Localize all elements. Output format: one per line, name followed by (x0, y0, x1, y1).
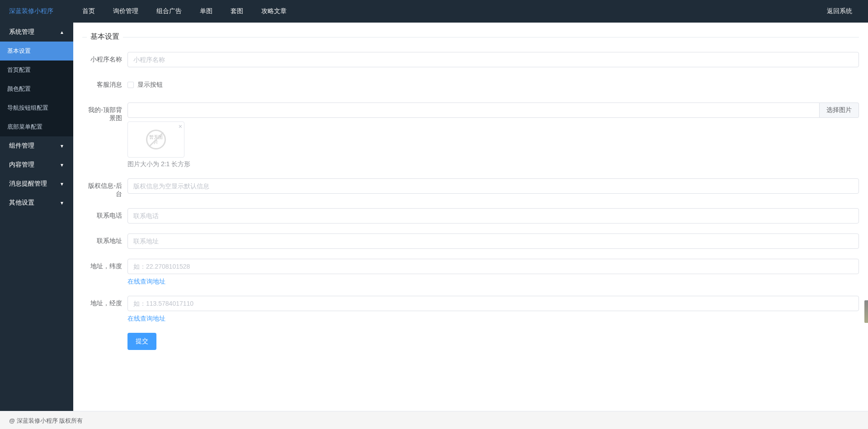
side-group-label: 消息提醒管理 (9, 180, 47, 188)
input-phone[interactable] (127, 208, 859, 224)
label-top-bg: 我的-顶部背景图 (82, 103, 127, 168)
chevron-down-icon: ▼ (60, 163, 64, 168)
row-copyright: 版权信息-后台 (82, 178, 859, 198)
input-longitude[interactable] (127, 296, 859, 311)
no-image-text: 暂无图片 (147, 135, 165, 145)
input-latitude[interactable] (127, 259, 859, 274)
side-group-label: 系统管理 (9, 28, 34, 36)
topbar: 深蓝装修小程序 首页 询价管理 组合广告 单图 套图 攻略文章 返回系统 (0, 0, 868, 23)
close-icon[interactable]: × (179, 123, 182, 130)
input-top-bg[interactable] (127, 103, 820, 118)
hint-image-size: 图片大小为 2:1 长方形 (127, 160, 859, 168)
topnav-inquiry[interactable]: 询价管理 (104, 0, 147, 23)
topnav-home[interactable]: 首页 (73, 0, 104, 23)
side-group-label: 组件管理 (9, 142, 34, 150)
row-app-name: 小程序名称 (82, 52, 859, 67)
checkbox-label: 显示按钮 (137, 81, 163, 89)
checkbox-show-button[interactable] (127, 82, 134, 88)
label-copyright: 版权信息-后台 (82, 178, 127, 198)
side-group-label: 其他设置 (9, 199, 34, 207)
main-wrap: 系统管理 ▲ 基本设置 首页配置 颜色配置 导航按钮组配置 底部菜单配置 组件管… (0, 23, 868, 411)
topnav-single-img[interactable]: 单图 (191, 0, 222, 23)
side-item-color-config[interactable]: 颜色配置 (0, 79, 73, 98)
side-item-basic-settings[interactable]: 基本设置 (0, 42, 73, 61)
row-top-bg: 我的-顶部背景图 选择图片 × 暂无图片 图片大小为 2:1 长方形 (82, 103, 859, 168)
label-longitude: 地址，经度 (82, 296, 127, 323)
link-query-address-lng[interactable]: 在线查询地址 (127, 315, 165, 323)
fieldset: 基本设置 小程序名称 客服消息 显示按钮 我的-顶部背景图 (82, 37, 859, 350)
chevron-up-icon: ▲ (60, 30, 64, 35)
row-customer-msg: 客服消息 显示按钮 (82, 77, 859, 93)
select-image-button[interactable]: 选择图片 (820, 103, 859, 118)
image-placeholder: × 暂无图片 (127, 121, 184, 158)
topnav-combo-ad[interactable]: 组合广告 (147, 0, 191, 23)
no-image-icon: 暂无图片 (146, 130, 166, 149)
row-address: 联系地址 (82, 233, 859, 249)
input-app-name[interactable] (127, 52, 859, 67)
side-group-message[interactable]: 消息提醒管理 ▼ (0, 174, 73, 193)
side-group-label: 内容管理 (9, 161, 34, 169)
sidebar: 系统管理 ▲ 基本设置 首页配置 颜色配置 导航按钮组配置 底部菜单配置 组件管… (0, 23, 73, 411)
label-customer-msg: 客服消息 (82, 77, 127, 93)
label-latitude: 地址，纬度 (82, 259, 127, 286)
side-item-nav-button-config[interactable]: 导航按钮组配置 (0, 98, 73, 117)
label-app-name: 小程序名称 (82, 52, 127, 67)
brand[interactable]: 深蓝装修小程序 (0, 7, 73, 15)
label-address: 联系地址 (82, 233, 127, 249)
footer: @ 深蓝装修小程序 版权所有 (0, 411, 868, 429)
side-item-home-config[interactable]: 首页配置 (0, 61, 73, 79)
label-phone: 联系电话 (82, 208, 127, 224)
side-group-system[interactable]: 系统管理 ▲ (0, 23, 73, 42)
return-system[interactable]: 返回系统 (820, 7, 859, 15)
page-title: 基本设置 (87, 32, 123, 42)
side-group-other[interactable]: 其他设置 ▼ (0, 193, 73, 212)
input-address[interactable] (127, 233, 859, 249)
chevron-down-icon: ▼ (60, 201, 64, 205)
row-latitude: 地址，纬度 在线查询地址 (82, 259, 859, 286)
link-query-address-lat[interactable]: 在线查询地址 (127, 278, 165, 286)
input-copyright[interactable] (127, 178, 859, 194)
chevron-down-icon: ▼ (60, 144, 64, 149)
side-group-component[interactable]: 组件管理 ▼ (0, 136, 73, 155)
content: 基本设置 小程序名称 客服消息 显示按钮 我的-顶部背景图 (73, 23, 868, 411)
chevron-down-icon: ▼ (60, 182, 64, 187)
topnav: 首页 询价管理 组合广告 单图 套图 攻略文章 (73, 0, 820, 23)
feedback-tab[interactable] (864, 300, 868, 323)
topnav-suite-img[interactable]: 套图 (222, 0, 252, 23)
row-longitude: 地址，经度 在线查询地址 (82, 296, 859, 323)
row-phone: 联系电话 (82, 208, 859, 224)
submit-button[interactable]: 提交 (127, 333, 156, 350)
topnav-article[interactable]: 攻略文章 (252, 0, 296, 23)
side-group-content[interactable]: 内容管理 ▼ (0, 155, 73, 174)
side-item-bottom-menu-config[interactable]: 底部菜单配置 (0, 117, 73, 136)
